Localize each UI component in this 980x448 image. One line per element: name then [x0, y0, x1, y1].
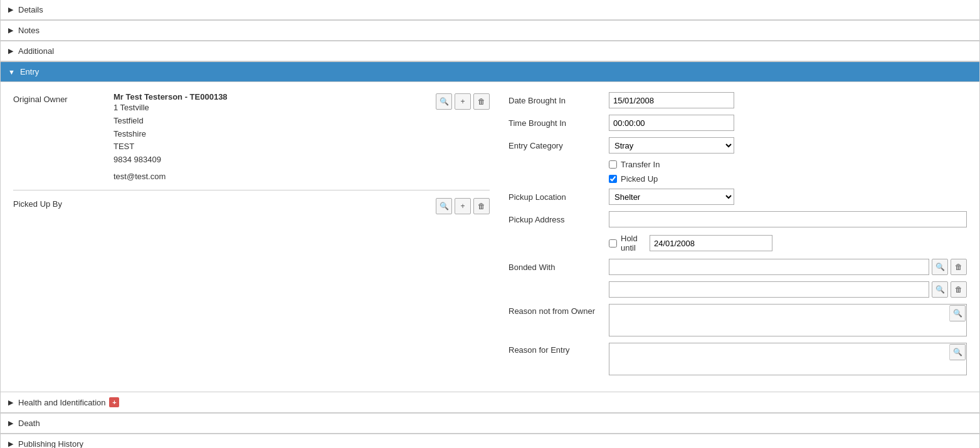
death-header[interactable]: ▶ Death [1, 414, 979, 434]
entry-body: Original Owner Mr Test Testerson - TE000… [1, 82, 979, 392]
notes-section: ▶ Notes [0, 21, 980, 41]
hold-until-checkbox[interactable] [609, 239, 617, 247]
reason-not-owner-row: Reason not from Owner 🔍 [508, 304, 967, 336]
health-section: ▶ Health and Identification + [0, 392, 980, 414]
bonded-search-button1[interactable]: 🔍 [932, 259, 948, 275]
picked-up-checkbox-label: Picked Up [621, 174, 658, 184]
additional-section: ▶ Additional [0, 41, 980, 62]
pickup-location-row: Pickup Location Shelter Field Other [508, 189, 967, 205]
transfer-in-checkbox[interactable] [609, 160, 617, 169]
owner-addr1: 1 Testville [113, 102, 429, 115]
death-chevron: ▶ [8, 419, 13, 427]
reason-for-entry-control: 🔍 [609, 343, 967, 375]
owner-address: 1 Testville Testfield Testshire TEST 983… [113, 102, 429, 167]
date-brought-in-control [609, 92, 967, 108]
picked-up-by-value [113, 197, 429, 213]
owner-delete-button[interactable]: 🗑 [473, 93, 490, 110]
details-title: Details [18, 5, 43, 14]
death-section: ▶ Death [0, 414, 980, 434]
additional-header[interactable]: ▶ Additional [1, 41, 979, 61]
owner-phone: 9834 983409 [113, 154, 429, 167]
owner-search-button[interactable]: 🔍 [436, 93, 452, 110]
entry-section: ▼ Entry Original Owner Mr Test Testerson… [0, 62, 980, 392]
hold-until-date-input[interactable] [650, 235, 772, 251]
owner-addr3: Testshire [113, 128, 429, 141]
details-section: ▶ Details [0, 0, 980, 21]
bonded-delete-button1[interactable]: 🗑 [951, 259, 967, 275]
entry-left-panel: Original Owner Mr Test Testerson - TE000… [13, 92, 502, 382]
reason-not-owner-search-button[interactable]: 🔍 [949, 305, 966, 321]
transfer-in-checkbox-label: Transfer In [621, 160, 660, 169]
bonded-with-input2[interactable] [609, 281, 929, 298]
pickup-location-select[interactable]: Shelter Field Other [609, 189, 734, 205]
additional-title: Additional [18, 46, 54, 56]
entry-title: Entry [20, 67, 39, 76]
publishing-section: ▶ Publishing History [0, 434, 980, 448]
time-brought-in-row: Time Brought In [508, 115, 967, 131]
picked-up-checkbox-row: Picked Up [609, 174, 967, 184]
original-owner-label: Original Owner [13, 92, 113, 104]
health-header[interactable]: ▶ Health and Identification + [1, 392, 979, 413]
notes-header[interactable]: ▶ Notes [1, 21, 979, 41]
entry-category-control: Stray Surrender Transfer [609, 137, 967, 154]
additional-chevron: ▶ [8, 47, 13, 55]
hold-until-row: Hold until [508, 234, 967, 253]
picked-up-search-button[interactable]: 🔍 [436, 198, 452, 214]
reason-for-entry-row: Reason for Entry 🔍 [508, 343, 967, 375]
hold-until-label: Hold until [621, 234, 646, 253]
entry-right-panel: Date Brought In Time Brought In Entry Ca… [502, 92, 967, 382]
bonded-with-row2: 🔍 🗑 [508, 281, 967, 298]
bonded-with-control: 🔍 🗑 [609, 259, 967, 275]
picked-up-checkbox[interactable] [609, 175, 617, 183]
hold-until-area: Hold until [609, 234, 772, 253]
pickup-location-control: Shelter Field Other [609, 189, 967, 205]
picked-up-by-row: Picked Up By 🔍 + 🗑 [13, 190, 490, 214]
entry-category-select[interactable]: Stray Surrender Transfer [609, 137, 734, 154]
publishing-chevron: ▶ [8, 440, 13, 448]
owner-email: test@test.com [113, 172, 429, 181]
publishing-title: Publishing History [18, 439, 83, 448]
entry-header[interactable]: ▼ Entry [1, 62, 979, 82]
publishing-header[interactable]: ▶ Publishing History [1, 434, 979, 448]
pickup-location-label: Pickup Location [508, 192, 609, 202]
bonded-search-button2[interactable]: 🔍 [932, 281, 948, 298]
owner-details: Mr Test Testerson - TE000138 1 Testville… [113, 92, 429, 181]
reason-for-entry-search-button[interactable]: 🔍 [949, 344, 966, 360]
health-badge: + [109, 397, 119, 407]
bonded-with-input1[interactable] [609, 259, 929, 275]
bonded-with-row: Bonded With 🔍 🗑 [508, 259, 967, 275]
owner-addr2: Testfield [113, 115, 429, 128]
picked-up-add-button[interactable]: + [455, 198, 471, 214]
pickup-address-control [609, 211, 967, 227]
bonded-delete-button2[interactable]: 🗑 [951, 281, 967, 298]
picked-up-by-label: Picked Up By [13, 197, 113, 209]
owner-name: Mr Test Testerson - TE000138 [113, 92, 429, 102]
entry-category-label: Entry Category [508, 141, 609, 150]
date-brought-in-input[interactable] [609, 92, 734, 108]
date-brought-in-label: Date Brought In [508, 96, 609, 105]
time-brought-in-input[interactable] [609, 115, 734, 131]
time-brought-in-label: Time Brought In [508, 118, 609, 128]
picked-up-by-input[interactable] [113, 197, 429, 213]
entry-category-row: Entry Category Stray Surrender Transfer [508, 137, 967, 154]
notes-chevron: ▶ [8, 26, 13, 34]
bonded-with-control2: 🔍 🗑 [609, 281, 967, 298]
reason-not-owner-label: Reason not from Owner [508, 304, 609, 336]
health-chevron: ▶ [8, 399, 13, 407]
bonded-with-label: Bonded With [508, 263, 609, 272]
owner-add-button[interactable]: + [455, 93, 471, 110]
owner-actions: 🔍 + 🗑 [436, 93, 490, 110]
picked-up-by-actions: 🔍 + 🗑 [436, 198, 490, 214]
picked-up-delete-button[interactable]: 🗑 [473, 198, 490, 214]
details-header[interactable]: ▶ Details [1, 0, 979, 20]
date-brought-in-row: Date Brought In [508, 92, 967, 108]
reason-for-entry-input[interactable] [609, 343, 949, 375]
owner-addr4: TEST [113, 140, 429, 154]
notes-title: Notes [18, 26, 40, 35]
death-title: Death [18, 419, 40, 428]
reason-not-owner-control: 🔍 [609, 304, 967, 336]
reason-for-entry-label: Reason for Entry [508, 343, 609, 375]
reason-not-owner-input[interactable] [609, 305, 949, 336]
pickup-address-row: Pickup Address [508, 211, 967, 227]
pickup-address-input[interactable] [609, 211, 967, 227]
